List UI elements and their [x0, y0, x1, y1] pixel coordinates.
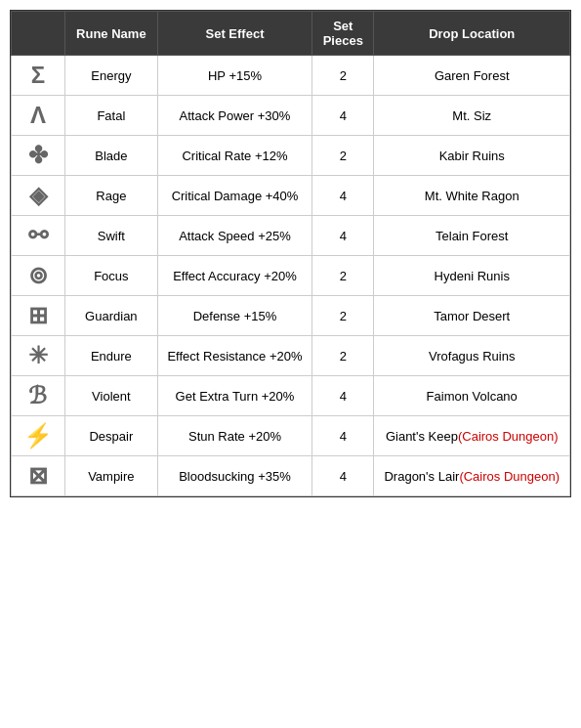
rune-effect: Critical Rate +12%: [157, 136, 311, 176]
rune-icon-swift: ⚯: [28, 222, 48, 248]
rune-icon-blade: ✤: [28, 142, 48, 168]
rune-effect: Attack Speed +25%: [157, 216, 311, 256]
rune-effect: Defense +15%: [157, 296, 311, 336]
rune-effect: Attack Power +30%: [157, 96, 311, 136]
rune-effect: Stun Rate +20%: [157, 416, 311, 456]
rune-icon-vampire: ⊠: [28, 462, 48, 489]
table-row: ⚡DespairStun Rate +20%4Giant's Keep(Cair…: [12, 416, 570, 456]
rune-icon-violent: ℬ: [28, 382, 47, 408]
rune-effect: Critical Damage +40%: [157, 176, 311, 216]
rune-icon-cell: ⊞: [12, 296, 65, 336]
rune-name: Rage: [64, 176, 157, 216]
rune-pieces: 4: [312, 96, 374, 136]
col-name-header: Rune Name: [64, 12, 157, 56]
rune-drop-location: Telain Forest: [374, 216, 570, 256]
rune-pieces: 2: [312, 136, 374, 176]
table-row: ⊚FocusEffect Accuracy +20%2Hydeni Runis: [12, 256, 570, 296]
rune-effect: Get Extra Turn +20%: [157, 376, 311, 416]
rune-name: Despair: [64, 416, 157, 456]
rune-effect: Bloodsucking +35%: [157, 456, 311, 496]
rune-drop-location: Kabir Ruins: [374, 136, 570, 176]
col-icon-header: [12, 12, 65, 56]
rune-name: Endure: [64, 336, 157, 376]
rune-name: Fatal: [64, 96, 157, 136]
rune-pieces: 4: [312, 176, 374, 216]
rune-pieces: 4: [312, 456, 374, 496]
rune-name: Violent: [64, 376, 157, 416]
cairos-dungeon-label: (Cairos Dungeon): [458, 429, 559, 444]
rune-drop-location: Dragon's Lair(Cairos Dungeon): [374, 456, 570, 496]
table-row: ⚯SwiftAttack Speed +25%4Telain Forest: [12, 216, 570, 256]
table-row: ℬViolentGet Extra Turn +20%4Faimon Volca…: [12, 376, 570, 416]
rune-drop-location: Giant's Keep(Cairos Dungeon): [374, 416, 570, 456]
rune-icon-endure: ✳: [28, 342, 48, 368]
rune-icon-guardian: ⊞: [28, 302, 48, 328]
rune-table-wrapper: Rune Name Set Effect Set Pieces Drop Loc…: [10, 10, 571, 497]
rune-pieces: 4: [312, 416, 374, 456]
rune-drop-location: Mt. White Ragon: [374, 176, 570, 216]
col-pieces-header: Set Pieces: [312, 12, 374, 56]
rune-effect: HP +15%: [157, 56, 311, 96]
rune-name: Guardian: [64, 296, 157, 336]
rune-drop-location: Garen Forest: [374, 56, 570, 96]
table-row: ⊠VampireBloodsucking +35%4Dragon's Lair(…: [12, 456, 570, 496]
rune-icon-cell: ⚡: [12, 416, 65, 456]
rune-icon-cell: ⊠: [12, 456, 65, 496]
rune-icon-cell: Λ: [12, 96, 65, 136]
table-row: ΛFatalAttack Power +30%4Mt. Siz: [12, 96, 570, 136]
rune-name: Vampire: [64, 456, 157, 496]
rune-pieces: 2: [312, 336, 374, 376]
rune-drop-location: Vrofagus Ruins: [374, 336, 570, 376]
rune-name: Swift: [64, 216, 157, 256]
table-row: ✤BladeCritical Rate +12%2Kabir Ruins: [12, 136, 570, 176]
rune-pieces: 4: [312, 216, 374, 256]
rune-icon-fatal: Λ: [30, 102, 46, 128]
table-row: ◈RageCritical Damage +40%4Mt. White Rago…: [12, 176, 570, 216]
rune-effect: Effect Resistance +20%: [157, 336, 311, 376]
rune-icon-focus: ⊚: [28, 262, 48, 288]
rune-effect: Effect Accuracy +20%: [157, 256, 311, 296]
rune-drop-location: Tamor Desert: [374, 296, 570, 336]
col-drop-header: Drop Location: [374, 12, 570, 56]
col-effect-header: Set Effect: [157, 12, 311, 56]
rune-icon-despair: ⚡: [23, 422, 53, 449]
rune-pieces: 2: [312, 296, 374, 336]
rune-icon-rage: ◈: [29, 182, 47, 208]
rune-icon-cell: ⚯: [12, 216, 65, 256]
rune-icon-energy: Σ: [31, 62, 45, 88]
table-row: ✳EndureEffect Resistance +20%2Vrofagus R…: [12, 336, 570, 376]
rune-icon-cell: ✤: [12, 136, 65, 176]
rune-drop-location: Mt. Siz: [374, 96, 570, 136]
rune-icon-cell: ⊚: [12, 256, 65, 296]
rune-icon-cell: ✳: [12, 336, 65, 376]
rune-pieces: 2: [312, 56, 374, 96]
table-row: ⊞GuardianDefense +15%2Tamor Desert: [12, 296, 570, 336]
rune-drop-location: Faimon Volcano: [374, 376, 570, 416]
rune-name: Energy: [64, 56, 157, 96]
rune-drop-location: Hydeni Runis: [374, 256, 570, 296]
rune-pieces: 4: [312, 376, 374, 416]
rune-name: Focus: [64, 256, 157, 296]
rune-icon-cell: ℬ: [12, 376, 65, 416]
cairos-dungeon-label: (Cairos Dungeon): [459, 469, 560, 484]
rune-name: Blade: [64, 136, 157, 176]
rune-icon-cell: Σ: [12, 56, 65, 96]
table-row: ΣEnergyHP +15%2Garen Forest: [12, 56, 570, 96]
rune-icon-cell: ◈: [12, 176, 65, 216]
rune-pieces: 2: [312, 256, 374, 296]
